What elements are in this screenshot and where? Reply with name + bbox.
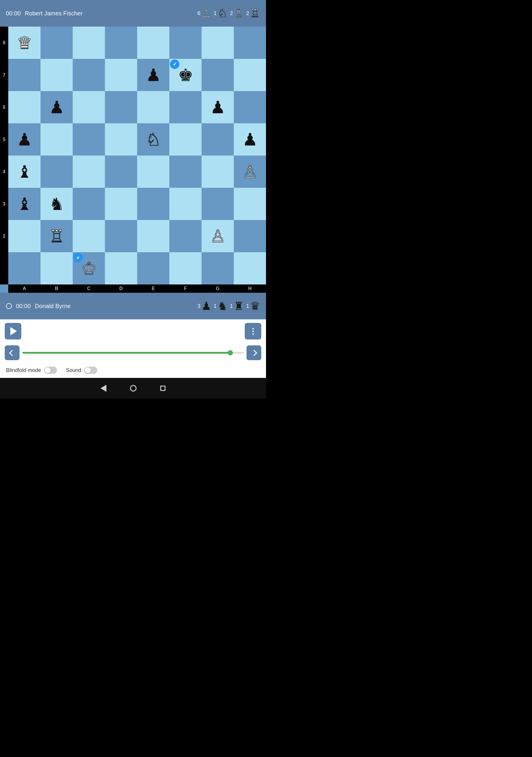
cell-g8[interactable] (202, 27, 234, 59)
cell-a1[interactable] (8, 252, 41, 285)
next-button[interactable] (247, 346, 261, 360)
cell-d2[interactable] (105, 220, 137, 252)
cell-a6[interactable] (8, 91, 41, 123)
cap-bishop-count-top: 2 (230, 10, 233, 16)
progress-thumb (227, 350, 233, 355)
cell-d7[interactable] (105, 59, 137, 91)
checkmate-badge: # (73, 253, 83, 262)
cell-d1[interactable] (105, 252, 137, 285)
cap-rook-top: 2 ♖ (246, 8, 260, 19)
cell-b7[interactable] (41, 59, 73, 91)
timer-bottom: 00:00 (16, 303, 31, 310)
cell-g2[interactable]: ♙ (202, 220, 234, 252)
chess-board[interactable]: 8 ♛ 7 (0, 27, 266, 293)
bottom-header: 00:00 Donald Byrne 3 ♟ 1 ♞ 1 ♜ 1 ♛ (0, 293, 266, 319)
recent-button[interactable] (160, 386, 165, 391)
cell-d4[interactable] (105, 156, 137, 188)
cell-b8[interactable] (41, 27, 73, 59)
cell-h5[interactable]: ♟ (234, 123, 266, 156)
cell-h8[interactable] (234, 27, 266, 59)
cell-f4[interactable] (169, 156, 202, 188)
cell-a5[interactable]: ♟ (8, 123, 41, 156)
cell-e1[interactable] (137, 252, 169, 285)
cell-d6[interactable] (105, 91, 137, 123)
cell-e6[interactable] (137, 91, 169, 123)
chevron-right-icon (251, 349, 257, 356)
file-label-b: B (41, 285, 73, 293)
cell-h6[interactable] (234, 91, 266, 123)
cell-h2[interactable] (234, 220, 266, 252)
prev-button[interactable] (5, 346, 19, 360)
cell-g6[interactable]: ♟ (202, 91, 234, 123)
cell-d8[interactable] (105, 27, 137, 59)
sound-toggle[interactable] (84, 367, 97, 374)
cell-f6[interactable] (169, 91, 202, 123)
cell-a4[interactable]: ♝ (8, 156, 41, 188)
cell-f8[interactable] (169, 27, 202, 59)
cell-c5[interactable] (73, 123, 105, 156)
cell-e2[interactable] (137, 220, 169, 252)
blindfold-option: Blindfold mode (6, 367, 57, 374)
cell-f5[interactable] (169, 123, 202, 156)
cell-g4[interactable] (202, 156, 234, 188)
cell-b6[interactable]: ♟ (41, 91, 73, 123)
rank-label-3: 3 (0, 188, 8, 220)
piece-e5: ♘ (146, 131, 161, 148)
piece-e7: ♟ (146, 67, 161, 84)
cell-b1[interactable] (41, 252, 73, 285)
cell-c2[interactable] (73, 220, 105, 252)
rank-label-4: 4 (0, 156, 8, 188)
cell-d5[interactable] (105, 123, 137, 156)
corner-empty (0, 285, 8, 293)
cell-b3[interactable]: ♞ (41, 188, 73, 220)
cell-d3[interactable] (105, 188, 137, 220)
cell-b2[interactable]: ♖ (41, 220, 73, 252)
cell-g3[interactable] (202, 188, 234, 220)
cell-a2[interactable] (8, 220, 41, 252)
cap-rook-icon-top: ♖ (250, 8, 260, 19)
cell-e3[interactable] (137, 188, 169, 220)
cell-c8[interactable] (73, 27, 105, 59)
cap-rook-count-bottom: 1 (230, 303, 233, 309)
back-button[interactable] (101, 385, 106, 392)
cell-h7[interactable] (234, 59, 266, 91)
cell-h3[interactable] (234, 188, 266, 220)
cell-g5[interactable] (202, 123, 234, 156)
cell-b5[interactable] (41, 123, 73, 156)
cell-f1[interactable] (169, 252, 202, 285)
board-container: 8 ♛ 7 (0, 27, 266, 293)
more-button[interactable] (245, 323, 261, 340)
timer-top: 00:00 (6, 10, 21, 17)
cell-c4[interactable] (73, 156, 105, 188)
options-row: Blindfold mode Sound (0, 363, 266, 378)
cell-e4[interactable] (137, 156, 169, 188)
cell-a8[interactable]: ♛ (8, 27, 41, 59)
progress-bar[interactable] (22, 352, 244, 354)
cell-f3[interactable] (169, 188, 202, 220)
play-button[interactable] (5, 323, 21, 340)
cell-c7[interactable] (73, 59, 105, 91)
cell-e8[interactable] (137, 27, 169, 59)
rank-label-2: 2 (0, 220, 8, 252)
cell-c6[interactable] (73, 91, 105, 123)
cell-c3[interactable] (73, 188, 105, 220)
cell-f2[interactable] (169, 220, 202, 252)
cell-f7[interactable]: ✓ ♚ (169, 59, 202, 91)
cell-g7[interactable] (202, 59, 234, 91)
cell-a3[interactable]: ♝ (8, 188, 41, 220)
blindfold-toggle[interactable] (44, 367, 57, 374)
home-button[interactable] (130, 385, 136, 391)
cell-e5[interactable]: ♘ (137, 123, 169, 156)
sound-toggle-knob (85, 367, 91, 373)
piece-c1: ♔ (81, 260, 97, 277)
cell-h1[interactable] (234, 252, 266, 285)
cell-b4[interactable] (41, 156, 73, 188)
file-label-c: C (73, 285, 105, 293)
cell-e7[interactable]: ♟ (137, 59, 169, 91)
cell-c1[interactable]: # ♔ (73, 252, 105, 285)
cell-a7[interactable] (8, 59, 41, 91)
cell-g1[interactable] (202, 252, 234, 285)
cell-h4[interactable]: ♙ (234, 156, 266, 188)
captured-pieces-bottom: 3 ♟ 1 ♞ 1 ♜ 1 ♛ (197, 300, 260, 312)
cap-rook-count-top: 2 (246, 10, 249, 16)
